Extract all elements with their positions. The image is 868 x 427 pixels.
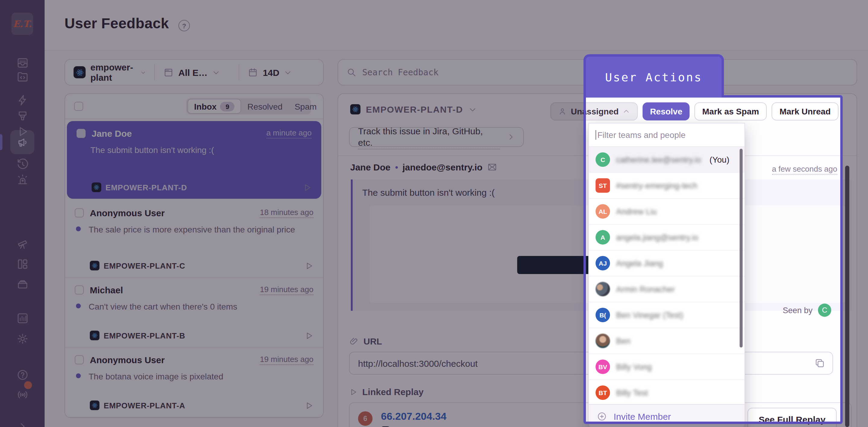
plus-circle-icon: [597, 412, 607, 422]
redacted-name: Billy Vong: [616, 362, 652, 371]
feedback-timestamp[interactable]: a few seconds ago: [772, 164, 837, 175]
assignee-dropdown: Filter teams and people Ccatherine.lee@s…: [588, 123, 745, 427]
assignee-options: Ccatherine.lee@sentry.io(You)ST#sentry-e…: [589, 147, 744, 406]
text-caret: [595, 130, 596, 140]
redacted-name: Ben: [616, 336, 630, 346]
avatar-photo: [595, 334, 610, 348]
avatar: BV: [595, 360, 610, 374]
user-actions-tab: User Actions: [584, 54, 724, 98]
avatar: AJ: [595, 256, 610, 270]
assignee-option[interactable]: Ben: [589, 328, 744, 354]
dim-overlay: [0, 0, 868, 98]
dim-overlay: [840, 98, 868, 422]
you-suffix: (You): [710, 155, 730, 164]
sentry-user-feedback-page: E.T.: [0, 0, 868, 427]
assignee-option[interactable]: BTBilly Test: [589, 380, 744, 406]
mark-unread-button[interactable]: Mark Unread: [772, 102, 838, 121]
seen-by-label: Seen by: [783, 306, 812, 315]
assignee-option[interactable]: ST#sentry-emerging-tech: [589, 173, 744, 199]
assignee-option[interactable]: ALAndrew Liu: [589, 199, 744, 225]
assignee-option[interactable]: BVBilly Vong: [589, 354, 744, 380]
avatar: A: [595, 230, 610, 244]
dropdown-scrollbar[interactable]: [740, 149, 743, 348]
avatar: B(: [595, 308, 610, 322]
invite-member-label: Invite Member: [614, 412, 671, 422]
avatar-photo: [595, 282, 610, 296]
chevron-up-icon: [623, 108, 630, 115]
assignee-filter-placeholder: Filter teams and people: [597, 130, 686, 140]
assignee-option[interactable]: Aangela.jiang@sentry.io: [589, 225, 744, 251]
redacted-name: Angela Jiang: [616, 259, 663, 268]
assignee-option[interactable]: AJAngela Jiang: [589, 251, 744, 276]
redacted-name: #sentry-emerging-tech: [616, 181, 698, 190]
redacted-name: Ben Vinegar (Test): [616, 310, 683, 320]
seen-by-avatar[interactable]: C: [818, 303, 831, 317]
redacted-name: angela.jiang@sentry.io: [616, 233, 698, 242]
redacted-name: Andrew Liu: [616, 207, 657, 216]
avatar: AL: [595, 204, 610, 219]
assignee-option[interactable]: Ccatherine.lee@sentry.io(You): [589, 147, 744, 173]
mark-as-spam-button[interactable]: Mark as Spam: [694, 102, 767, 121]
avatar: ST: [595, 178, 610, 193]
assignee-filter-input[interactable]: Filter teams and people: [589, 124, 744, 147]
assignee-option[interactable]: B(Ben Vinegar (Test): [589, 302, 744, 328]
copy-icon: [814, 358, 825, 369]
screenshot-stage: E.T.: [0, 0, 868, 427]
redacted-name: Armin Ronacher: [616, 285, 675, 294]
assignee-option[interactable]: Armin Ronacher: [589, 276, 744, 302]
dim-overlay: [0, 98, 586, 422]
avatar: BT: [595, 386, 610, 400]
copy-url-button[interactable]: [814, 358, 825, 369]
redacted-name: catherine.lee@sentry.io: [616, 155, 701, 164]
redacted-name: Billy Test: [616, 388, 648, 397]
avatar: C: [595, 152, 610, 167]
seen-by-row: Seen by C: [783, 303, 831, 317]
feedback-actions: Unassigned Resolve Mark as Spam Mark Unr…: [550, 102, 838, 121]
dim-overlay: [0, 422, 868, 427]
resolve-button[interactable]: Resolve: [643, 102, 689, 121]
